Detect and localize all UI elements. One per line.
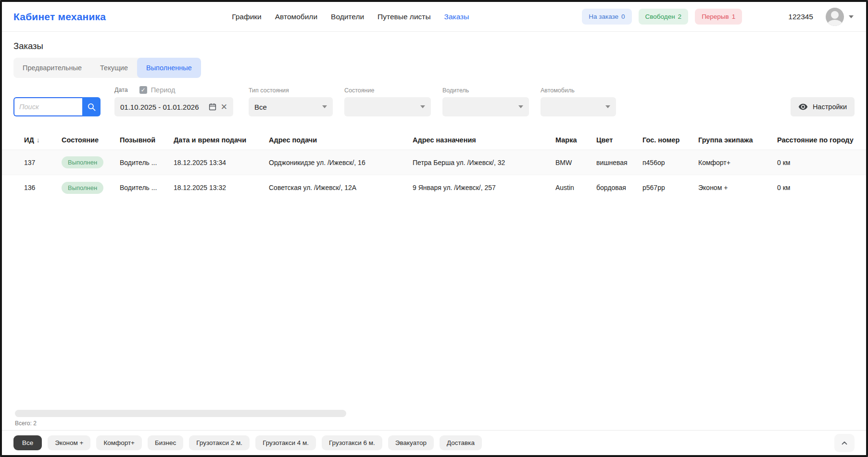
col-crew-group[interactable]: Группа экипажа [698, 136, 777, 144]
check-icon: ✓ [141, 87, 146, 93]
car-label: Автомобиль [541, 87, 616, 94]
driver-filter: Водитель [442, 87, 529, 116]
table-row[interactable]: 136 Выполнен Водитель ... 18.12.2025 13:… [2, 175, 866, 200]
order-plate: р567рр [642, 184, 698, 191]
badge-break-label: Перерыв [702, 13, 729, 20]
chip-cargo-6m[interactable]: Грузотакси 6 м. [322, 435, 382, 450]
order-destination: 9 Января ул. /Ижевск/, 257 [413, 184, 555, 191]
date-label: Дата [114, 87, 128, 93]
chip-all[interactable]: Все [13, 435, 42, 450]
col-callsign[interactable]: Позывной [120, 136, 174, 144]
col-color[interactable]: Цвет [596, 136, 642, 144]
tab-current[interactable]: Текущие [91, 58, 137, 78]
eye-icon [798, 102, 808, 112]
state-type-value: Все [254, 103, 267, 111]
topbar-right: На заказе0 Свободен2 Перерыв1 122345 [575, 8, 854, 26]
badge-free[interactable]: Свободен2 [639, 9, 689, 25]
tab-preliminary[interactable]: Предварительные [13, 58, 91, 78]
col-plate[interactable]: Гос. номер [642, 136, 698, 144]
badge-on-order-label: На заказе [589, 13, 618, 20]
filter-row: Дата ✓ Период ✕ Тип состояния [13, 86, 855, 116]
order-datetime: 18.12.2025 13:32 [174, 184, 269, 191]
order-plate: п456ор [642, 159, 698, 166]
period-checkbox[interactable]: ✓ [139, 86, 147, 94]
order-brand: BMW [555, 159, 596, 166]
nav-item-orders[interactable]: Заказы [444, 13, 469, 21]
col-brand[interactable]: Марка [555, 136, 596, 144]
date-range-field[interactable]: ✕ [114, 97, 233, 116]
chip-delivery[interactable]: Доставка [440, 435, 482, 450]
status-badge: Выполнен [62, 156, 103, 168]
order-brand: Austin [555, 184, 596, 191]
order-datetime: 18.12.2025 13:34 [174, 159, 269, 166]
search-group [13, 97, 101, 116]
driver-select[interactable] [442, 97, 529, 116]
chevron-down-icon [322, 105, 327, 108]
car-select[interactable] [541, 97, 616, 116]
chip-cargo-4m[interactable]: Грузотакси 4 м. [255, 435, 316, 450]
chip-business[interactable]: Бизнес [148, 435, 183, 450]
nav-item-graphics[interactable]: Графики [232, 13, 262, 21]
col-status[interactable]: Состояние [62, 136, 120, 144]
chevron-down-icon [518, 105, 523, 108]
table-row[interactable]: 137 Выполнен Водитель ... 18.12.2025 13:… [2, 150, 866, 175]
chip-tow-truck[interactable]: Эвакуатор [388, 435, 434, 450]
sort-desc-icon[interactable]: ↓ [37, 136, 40, 144]
chip-econom-plus[interactable]: Эконом + [48, 435, 90, 450]
settings-button-label: Настройки [813, 103, 847, 111]
search-button[interactable] [82, 97, 101, 116]
col-id[interactable]: ИД↓ [2, 136, 62, 144]
badge-break-count: 1 [732, 13, 736, 20]
settings-button[interactable]: Настройки [791, 97, 855, 116]
collapse-bar-button[interactable] [834, 434, 855, 452]
calendar-button[interactable] [204, 102, 217, 111]
order-crew-group: Комфорт+ [698, 159, 777, 166]
badge-on-order-count: 0 [621, 13, 625, 20]
search-input[interactable] [13, 97, 82, 116]
order-distance: 0 км [777, 184, 866, 191]
col-distance[interactable]: Расстояние по городу [777, 136, 866, 144]
nav-item-drivers[interactable]: Водители [331, 13, 364, 21]
col-datetime[interactable]: Дата и время подачи [174, 136, 269, 144]
avatar-body [828, 20, 842, 26]
badge-free-label: Свободен [645, 13, 675, 20]
avatar-head [831, 11, 839, 19]
nav-item-waybills[interactable]: Путевые листы [377, 13, 430, 21]
badge-break[interactable]: Перерыв1 [695, 9, 742, 25]
order-callsign: Водитель ... [120, 184, 174, 191]
order-id: 136 [2, 184, 62, 191]
horizontal-scrollbar[interactable] [15, 410, 346, 417]
main-content: Заказы Предварительные Текущие Выполненн… [2, 41, 866, 200]
user-avatar-icon[interactable] [826, 8, 844, 26]
col-destination[interactable]: Адрес назначения [413, 136, 555, 144]
table-header-row: ИД↓ Состояние Позывной Дата и время пода… [2, 130, 866, 150]
chip-comfort-plus[interactable]: Комфорт+ [96, 435, 142, 450]
state-filter: Состояние [344, 87, 431, 116]
clear-date-button[interactable]: ✕ [217, 102, 227, 112]
state-select[interactable] [344, 97, 431, 116]
crew-group-filter-bar: Все Эконом + Комфорт+ Бизнес Грузотакси … [2, 430, 866, 455]
page-title: Заказы [13, 41, 855, 51]
total-count: Всего: 2 [15, 420, 37, 427]
chevron-up-icon [840, 439, 849, 447]
order-color: бордовая [596, 184, 642, 191]
calendar-icon [208, 102, 217, 111]
chevron-down-icon[interactable] [849, 15, 854, 18]
badge-on-order[interactable]: На заказе0 [582, 9, 631, 25]
nav-item-cars[interactable]: Автомобили [275, 13, 317, 21]
col-pickup[interactable]: Адрес подачи [269, 136, 413, 144]
chevron-down-icon [420, 105, 425, 108]
tab-completed[interactable]: Выполненные [137, 58, 201, 78]
state-label: Состояние [344, 87, 431, 94]
order-pickup: Советская ул. /Ижевск/, 12А [269, 184, 413, 191]
app-title: Кабинет механика [13, 11, 106, 23]
state-type-label: Тип состояния [249, 87, 333, 94]
chip-cargo-2m[interactable]: Грузотакси 2 м. [189, 435, 250, 450]
orders-tabs: Предварительные Текущие Выполненные [13, 58, 201, 78]
app-window: Кабинет механика Графики Автомобили Води… [0, 0, 868, 457]
badge-free-count: 2 [678, 13, 682, 20]
date-range-input[interactable] [120, 103, 204, 111]
chevron-down-icon [605, 105, 610, 108]
date-filter-head: Дата ✓ Период [114, 86, 233, 94]
state-type-select[interactable]: Все [249, 97, 333, 116]
